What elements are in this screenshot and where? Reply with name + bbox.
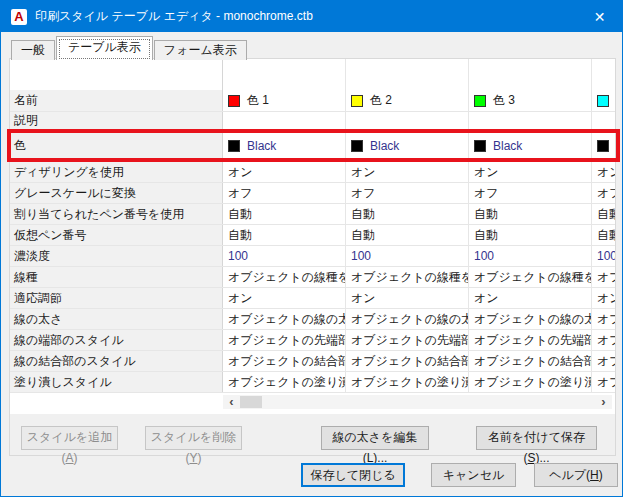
table-row [10, 59, 615, 90]
property-value-cell[interactable]: オフ [469, 183, 592, 203]
cell-text: オブジェクトの結合部スタイルを使用 [351, 353, 469, 370]
plot-style-table-editor-dialog: A 印刷スタイル テーブル エディタ - monochrome.ctb ✕ 一般… [0, 0, 623, 497]
cell-text: 自動 [474, 206, 498, 223]
cell-text: オブジェクトの線の太さを使用 [597, 311, 615, 328]
property-value-cell[interactable]: オブジェクトの先端部スタイルを使用 [346, 330, 469, 350]
cell-text: Black [493, 139, 522, 153]
style-name-cell[interactable]: 色 2 [346, 90, 469, 111]
property-value-cell[interactable]: オン [469, 162, 592, 182]
value-color-swatch [597, 140, 609, 152]
property-value-cell[interactable]: Black [469, 130, 592, 161]
property-value-cell[interactable]: オブジェクトの先端部スタイルを使用 [592, 330, 615, 350]
property-value-cell[interactable] [223, 112, 346, 129]
scroll-right-icon[interactable]: › [595, 395, 612, 409]
tab-general[interactable]: 一般 [11, 40, 55, 60]
property-value-cell[interactable]: 自動 [346, 204, 469, 224]
cell-text: 色 2 [370, 92, 392, 109]
property-value-cell[interactable]: オブジェクトの結合部スタイルを使用 [469, 351, 592, 371]
property-value-cell[interactable]: オブジェクトの線種を使用 [346, 267, 469, 287]
cell-text: オブジェクトの線の太さを使用 [474, 311, 592, 328]
cell-text: オブジェクトの塗り潰しスタイル [474, 374, 592, 391]
property-value-cell[interactable]: 自動 [346, 225, 469, 245]
property-value-cell[interactable]: オブジェクトの線種を使用 [469, 267, 592, 287]
property-value-cell[interactable]: オン [346, 162, 469, 182]
style-name-cell[interactable]: 色 4 [592, 90, 615, 111]
property-value-cell[interactable]: オブジェクトの塗り潰しスタイル [346, 372, 469, 392]
property-value-cell[interactable]: オン [223, 288, 346, 308]
property-value-cell[interactable] [469, 112, 592, 129]
property-value-cell[interactable] [346, 112, 469, 129]
property-value-cell[interactable]: オブジェクトの塗り潰しスタイル [592, 372, 615, 392]
property-value-cell[interactable]: オン [346, 288, 469, 308]
horizontal-scrollbar[interactable]: ‹ › [223, 395, 612, 409]
style-color-swatch [474, 95, 486, 107]
property-value-cell[interactable]: オブジェクトの線の太さを使用 [469, 309, 592, 329]
property-value-cell[interactable]: Black [223, 130, 346, 161]
property-value-cell[interactable]: 自動 [223, 225, 346, 245]
property-value-cell[interactable]: オン [469, 288, 592, 308]
cell-text: オブジェクトの塗り潰しスタイル [597, 374, 615, 391]
property-value-cell[interactable]: オブジェクトの塗り潰しスタイル [223, 372, 346, 392]
cell-text: オン [597, 164, 615, 181]
edit-lineweights-button[interactable]: 線の太さを編集(L)... [321, 426, 429, 450]
property-value-cell[interactable]: オブジェクトの線の太さを使用 [346, 309, 469, 329]
property-value-cell[interactable]: 自動 [592, 225, 615, 245]
property-value-cell[interactable]: オブジェクトの結合部スタイルを使用 [592, 351, 615, 371]
property-value-cell[interactable]: 100 [592, 246, 615, 266]
save-and-close-button[interactable]: 保存して閉じる [301, 463, 405, 487]
row-label: 説明 [10, 112, 223, 129]
help-button[interactable]: ヘルプ(H) [534, 463, 618, 487]
cell-text: 自動 [474, 227, 498, 244]
property-value-cell[interactable]: 自動 [469, 225, 592, 245]
property-value-cell[interactable]: オブジェクトの線種を使用 [592, 267, 615, 287]
cell-text: 色 1 [247, 92, 269, 109]
cell-text: オフ [597, 185, 615, 202]
cell-text: オブジェクトの線種を使用 [351, 269, 469, 286]
property-value-cell[interactable]: オブジェクトの先端部スタイルを使用 [469, 330, 592, 350]
close-icon[interactable]: ✕ [577, 1, 622, 32]
cell-text: グレースケールに変換 [14, 185, 136, 202]
property-value-cell[interactable]: オブジェクトの線の太さを使用 [592, 309, 615, 329]
cell-text: オン [228, 290, 253, 307]
row-label: 仮想ペン番号 [10, 225, 223, 245]
property-value-cell[interactable]: 100 [223, 246, 346, 266]
tab-form-view[interactable]: フォーム表示 [154, 40, 247, 60]
property-value-cell[interactable]: オフ [346, 183, 469, 203]
scroll-left-icon[interactable]: ‹ [223, 395, 240, 409]
cancel-button[interactable]: キャンセル [431, 463, 516, 487]
property-value-cell[interactable]: 自動 [592, 204, 615, 224]
table-row: 塗り潰しスタイルオブジェクトの塗り潰しスタイルオブジェクトの塗り潰しスタイルオブ… [10, 372, 615, 393]
style-name-cell[interactable]: 色 3 [469, 90, 592, 111]
property-value-cell[interactable]: オン [592, 162, 615, 182]
property-value-cell[interactable] [592, 112, 615, 129]
property-value-cell[interactable]: 自動 [469, 204, 592, 224]
style-name-cell[interactable]: 色 1 [223, 90, 346, 111]
property-value-cell[interactable]: オン [592, 288, 615, 308]
property-value-cell[interactable]: オン [223, 162, 346, 182]
cell-text: 自動 [228, 227, 252, 244]
property-value-cell[interactable]: オブジェクトの結合部スタイルを使用 [346, 351, 469, 371]
property-value-cell[interactable]: 100 [469, 246, 592, 266]
property-value-cell[interactable]: Black [592, 130, 615, 161]
property-value-cell[interactable]: オブジェクトの塗り潰しスタイル [469, 372, 592, 392]
property-value-cell[interactable]: Black [346, 130, 469, 161]
property-value-cell[interactable]: オブジェクトの線種を使用 [223, 267, 346, 287]
row-label: 線種 [10, 267, 223, 287]
property-value-cell[interactable]: オブジェクトの線の太さを使用 [223, 309, 346, 329]
column-header-spacer [592, 59, 615, 90]
value-color-swatch [351, 140, 363, 152]
cell-text: オブジェクトの塗り潰しスタイル [351, 374, 469, 391]
cell-text: オブジェクトの線の太さを使用 [228, 311, 346, 328]
property-value-cell[interactable]: 自動 [223, 204, 346, 224]
row-label: ディザリングを使用 [10, 162, 223, 182]
property-value-cell[interactable]: オフ [592, 183, 615, 203]
property-value-cell[interactable]: オブジェクトの先端部スタイルを使用 [223, 330, 346, 350]
save-as-button[interactable]: 名前を付けて保存(S)... [476, 426, 597, 450]
table-row: 線の結合部のスタイルオブジェクトの結合部スタイルを使用オブジェクトの結合部スタイ… [10, 351, 615, 372]
property-value-cell[interactable]: オフ [223, 183, 346, 203]
property-value-cell[interactable]: 100 [346, 246, 469, 266]
tab-table-view[interactable]: テーブル表示 [56, 36, 153, 60]
property-value-cell[interactable]: オブジェクトの結合部スタイルを使用 [223, 351, 346, 371]
scrollbar-thumb[interactable] [240, 396, 262, 408]
style-color-swatch [597, 95, 609, 107]
